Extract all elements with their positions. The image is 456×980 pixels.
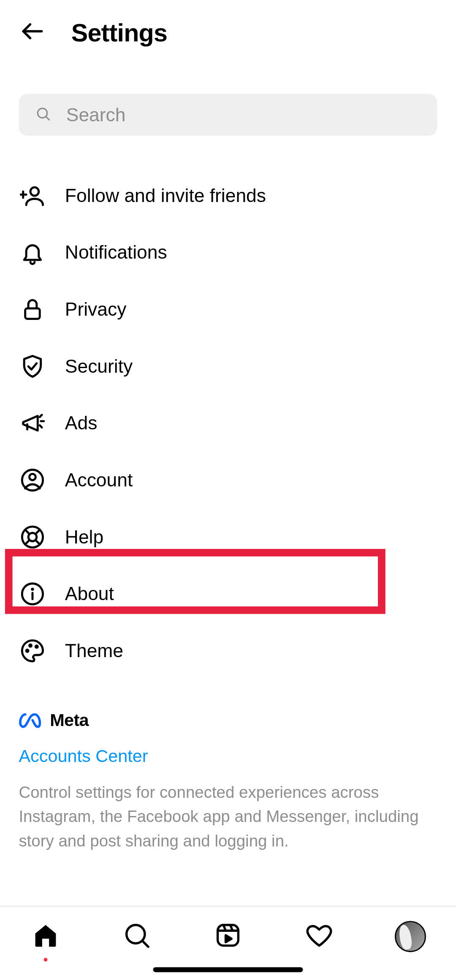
svg-line-7	[40, 415, 42, 417]
gesture-bar	[153, 967, 303, 972]
nav-search[interactable]	[118, 918, 156, 955]
svg-line-2	[46, 116, 49, 120]
page-title: Settings	[71, 19, 168, 47]
settings-item-label: About	[65, 583, 114, 604]
shield-icon	[19, 352, 46, 380]
back-arrow-icon[interactable]	[19, 17, 46, 47]
svg-line-14	[25, 530, 30, 534]
nav-reels[interactable]	[209, 918, 247, 955]
settings-item-notifications[interactable]: Notifications	[0, 224, 456, 281]
bell-icon	[19, 238, 46, 266]
nav-profile[interactable]	[392, 918, 429, 955]
svg-point-21	[26, 650, 28, 652]
settings-item-privacy[interactable]: Privacy	[0, 281, 456, 338]
svg-point-20	[32, 588, 33, 589]
svg-rect-26	[218, 925, 239, 946]
settings-item-label: Notifications	[65, 242, 167, 263]
svg-point-22	[30, 644, 32, 647]
search-icon	[35, 105, 51, 124]
nav-home[interactable]	[27, 918, 65, 955]
settings-item-help[interactable]: Help	[0, 508, 456, 565]
settings-item-theme[interactable]: Theme	[0, 622, 456, 679]
settings-item-label: Security	[65, 355, 133, 377]
lifebuoy-icon	[19, 523, 46, 551]
search-input[interactable]: Search	[19, 94, 437, 136]
settings-item-about[interactable]: About	[0, 565, 456, 622]
person-circle-icon	[19, 466, 46, 494]
meta-brand-text: Meta	[50, 710, 88, 730]
svg-line-25	[143, 941, 149, 947]
svg-line-16	[25, 540, 30, 544]
settings-item-ads[interactable]: Ads	[0, 395, 456, 452]
heart-icon	[305, 922, 333, 952]
info-icon	[19, 580, 46, 607]
svg-point-11	[30, 474, 36, 480]
svg-line-17	[35, 530, 40, 534]
settings-item-label: Follow and invite friends	[65, 185, 266, 206]
settings-item-label: Account	[65, 469, 133, 490]
settings-item-label: Help	[65, 526, 103, 547]
search-icon	[123, 922, 150, 952]
svg-point-3	[30, 187, 39, 196]
settings-item-label: Theme	[65, 640, 123, 661]
accounts-center-link[interactable]: Accounts Center	[19, 746, 437, 766]
settings-item-label: Ads	[65, 412, 97, 434]
svg-rect-6	[25, 308, 40, 319]
home-icon	[32, 922, 59, 952]
svg-line-9	[40, 425, 42, 427]
nav-activity[interactable]	[301, 918, 338, 955]
settings-item-follow-invite[interactable]: Follow and invite friends	[0, 167, 456, 224]
megaphone-icon	[19, 409, 46, 437]
logins-section-header: Logins	[0, 853, 456, 897]
svg-marker-30	[226, 935, 232, 942]
settings-item-account[interactable]: Account	[0, 451, 456, 508]
palette-icon	[19, 637, 46, 664]
svg-point-23	[35, 645, 38, 647]
settings-item-label: Privacy	[65, 298, 127, 319]
settings-list: Follow and invite friends Notifications …	[0, 136, 456, 679]
lock-icon	[19, 295, 46, 323]
accounts-center-description: Control settings for connected experienc…	[19, 780, 437, 853]
person-add-icon	[19, 182, 46, 209]
avatar	[395, 921, 426, 952]
meta-logo: Meta	[19, 710, 437, 730]
search-placeholder: Search	[66, 104, 126, 125]
home-notification-dot	[44, 958, 48, 961]
svg-line-15	[35, 540, 40, 544]
settings-item-security[interactable]: Security	[0, 338, 456, 395]
reels-icon	[214, 922, 242, 952]
